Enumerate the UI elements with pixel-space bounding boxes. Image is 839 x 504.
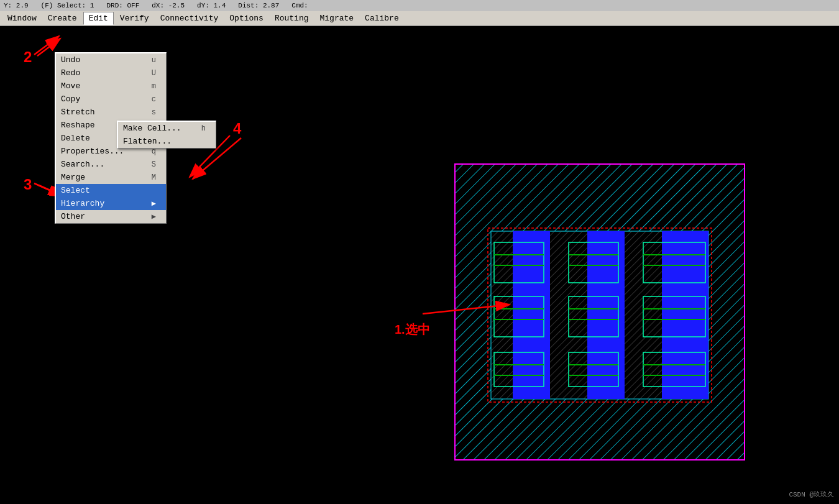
menu-routing[interactable]: Routing [270,12,314,24]
svg-rect-12 [662,231,708,399]
hierarchy-submenu: Make Cell... h Flatten... [117,121,216,149]
status-drd: DRD: OFF [106,2,139,9]
menu-verify[interactable]: Verify [115,12,154,24]
menu-copy[interactable]: Copy c [56,93,166,106]
menu-move[interactable]: Move m [56,80,166,93]
watermark: CSDN @玖玖久 [789,490,834,499]
menu-select[interactable]: Select [56,184,166,197]
selection-label: 1.选中 [395,321,430,338]
status-select: (F) Select: 1 [41,2,94,9]
menu-flatten[interactable]: Flatten... [118,135,216,148]
menu-window[interactable]: Window [2,12,42,24]
status-cmd: Cmd: [291,2,308,9]
menu-redo[interactable]: Redo U [56,66,166,80]
status-dy: dY: 1.4 [197,2,226,9]
menu-stretch[interactable]: Stretch s [56,106,166,119]
menu-merge[interactable]: Merge M [56,171,166,184]
menu-undo[interactable]: Undo u [56,53,166,66]
menu-migrate[interactable]: Migrate [315,12,359,24]
menu-other[interactable]: Other ▶ [56,210,166,223]
menu-search[interactable]: Search... S [56,158,166,171]
status-dx: dX: -2.5 [152,2,185,9]
menu-edit[interactable]: Edit [83,12,114,25]
main-canvas: Undo u Redo U Move m Copy c Stretch s Re… [0,26,839,504]
svg-rect-10 [513,231,550,399]
menu-calibre[interactable]: Calibre [360,12,404,24]
menu-make-cell[interactable]: Make Cell... h [118,122,216,135]
menu-create[interactable]: Create [43,12,82,24]
svg-rect-11 [587,231,625,399]
menu-connectivity[interactable]: Connectivity [155,12,224,24]
ic-layout [454,163,746,461]
menu-hierarchy[interactable]: Hierarchy ▶ [56,197,166,210]
status-y: Y: 2.9 [4,2,29,9]
menu-bar: Window Create Edit Verify Connectivity O… [0,11,839,26]
menu-options[interactable]: Options [224,12,268,24]
status-dist: Dist: 2.87 [238,2,279,9]
status-bar: Y: 2.9 (F) Select: 1 DRD: OFF dX: -2.5 d… [0,0,839,11]
